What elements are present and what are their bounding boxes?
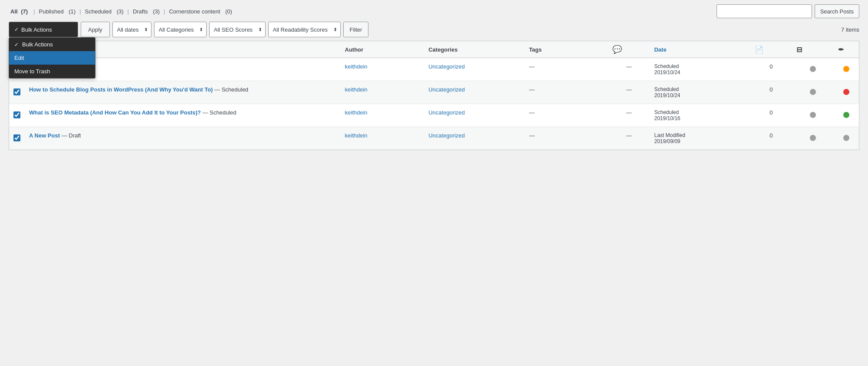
seo-count-cell: 0 xyxy=(750,58,792,81)
category-link[interactable]: Uncategorized xyxy=(428,109,465,116)
items-count: 7 items xyxy=(841,26,859,33)
tags-cell: — xyxy=(525,104,608,127)
action-bar: ✓ Bulk Actions ✓ Bulk Actions Edit Move … xyxy=(9,22,859,37)
comments-cell: — xyxy=(608,127,650,150)
post-status-text: — Scheduled xyxy=(213,86,248,93)
filter-cornerstone[interactable]: Cornerstone content (0) xyxy=(167,8,233,15)
seo-scores-filter-select[interactable]: All SEO Scores xyxy=(209,22,266,37)
comment-bubble-icon: 💬 xyxy=(612,45,622,54)
seo-score-dot xyxy=(810,89,816,95)
date-sort-link[interactable]: Date xyxy=(654,46,666,53)
search-area: Search Posts xyxy=(717,4,859,18)
apply-button[interactable]: Apply xyxy=(81,22,110,37)
col-header-tags: Tags xyxy=(525,41,608,58)
edit-menu-item[interactable]: Edit xyxy=(9,51,95,65)
date-status: Last Modified xyxy=(654,132,746,138)
author-link[interactable]: keithdein xyxy=(345,86,368,93)
post-status-text: — Draft xyxy=(60,132,81,139)
filter-drafts[interactable]: Drafts (3) xyxy=(131,8,161,15)
search-posts-button[interactable]: Search Posts xyxy=(815,4,859,18)
post-status-text: — Scheduled xyxy=(201,109,237,116)
readability-score-dot xyxy=(843,89,849,95)
filter-all[interactable]: All (7) xyxy=(10,8,30,15)
post-title-wrapper: What is SEO Metadata (And How Can You Ad… xyxy=(29,109,336,116)
move-to-trash-label: Move to Trash xyxy=(14,68,50,75)
date-value: 2019/10/24 xyxy=(654,69,746,75)
readability-score-dot xyxy=(843,66,849,72)
seo-dot-cell xyxy=(792,127,834,150)
readability-scores-filter-wrapper: All Readability Scores xyxy=(268,22,341,37)
readability-icon: ⊟ xyxy=(796,46,802,53)
category-link[interactable]: Uncategorized xyxy=(428,63,465,70)
table-row: New Post — ScheduledkeithdeinUncategoriz… xyxy=(9,58,859,81)
comments-cell: — xyxy=(608,58,650,81)
edit-label: Edit xyxy=(14,55,24,61)
col-header-cornerstone: ✒ xyxy=(834,41,859,58)
seo-score-dot xyxy=(810,135,816,141)
seo-dot-cell xyxy=(792,81,834,104)
readability-score-dot xyxy=(843,112,849,118)
readability-scores-filter-select[interactable]: All Readability Scores xyxy=(268,22,341,37)
date-status: Scheduled xyxy=(654,86,746,92)
checkmark-icon: ✓ xyxy=(14,26,19,33)
seo-dot-cell xyxy=(792,104,834,127)
seo-dot-cell xyxy=(792,58,834,81)
comments-cell: — xyxy=(608,104,650,127)
tags-cell: — xyxy=(525,58,608,81)
post-title-link[interactable]: How to Schedule Blog Posts in WordPress … xyxy=(29,86,213,93)
date-value: 2019/10/24 xyxy=(654,92,746,98)
date-value: 2019/10/16 xyxy=(654,115,746,121)
post-title-link[interactable]: A New Post xyxy=(29,132,60,139)
row-checkbox[interactable] xyxy=(13,88,20,95)
readability-dot-cell xyxy=(834,58,859,81)
bulk-actions-label: Bulk Actions xyxy=(21,26,52,33)
date-value: 2019/09/09 xyxy=(654,138,746,144)
filter-button[interactable]: Filter xyxy=(343,22,369,37)
bulk-actions-header-item[interactable]: ✓ Bulk Actions xyxy=(9,38,95,51)
categories-filter-select[interactable]: All Categories xyxy=(154,22,207,37)
bulk-actions-dropdown[interactable]: ✓ Bulk Actions xyxy=(9,22,78,37)
filter-scheduled[interactable]: Scheduled (3) xyxy=(83,8,125,15)
comments-cell: — xyxy=(608,81,650,104)
filter-published[interactable]: Published (1) xyxy=(37,8,78,15)
col-header-seo: 📄 xyxy=(750,41,792,58)
row-checkbox[interactable] xyxy=(13,134,20,141)
table-row: A New Post — DraftkeithdeinUncategorized… xyxy=(9,127,859,150)
col-header-date: Date xyxy=(650,41,750,58)
post-title-link[interactable]: What is SEO Metadata (And How Can You Ad… xyxy=(29,109,201,116)
table-row: What is SEO Metadata (And How Can You Ad… xyxy=(9,104,859,127)
readability-dot-cell xyxy=(834,81,859,104)
seo-count-cell: 0 xyxy=(750,104,792,127)
date-status: Scheduled xyxy=(654,63,746,69)
post-title-wrapper: A New Post — Draft xyxy=(29,132,336,139)
category-link[interactable]: Uncategorized xyxy=(428,86,465,93)
author-link[interactable]: keithdein xyxy=(345,109,368,116)
col-header-comments: 💬 xyxy=(608,41,650,58)
post-title-wrapper: How to Schedule Blog Posts in WordPress … xyxy=(29,86,336,93)
col-header-author: Author xyxy=(341,41,424,58)
seo-score-dot xyxy=(810,66,816,72)
date-cell: Scheduled2019/10/24 xyxy=(650,58,750,81)
seo-scores-filter-wrapper: All SEO Scores xyxy=(209,22,266,37)
row-checkbox[interactable] xyxy=(13,111,20,118)
move-to-trash-menu-item[interactable]: Move to Trash xyxy=(9,65,95,78)
seo-count-cell: 0 xyxy=(750,127,792,150)
table-row: How to Schedule Blog Posts in WordPress … xyxy=(9,81,859,104)
categories-filter-wrapper: All Categories xyxy=(154,22,207,37)
readability-score-dot xyxy=(843,135,849,141)
category-link[interactable]: Uncategorized xyxy=(428,132,465,139)
dates-filter-wrapper: All dates xyxy=(112,22,151,37)
col-header-readability: ⊟ xyxy=(792,41,834,58)
tags-cell: — xyxy=(525,127,608,150)
dates-filter-select[interactable]: All dates xyxy=(112,22,151,37)
search-input[interactable] xyxy=(717,4,812,18)
checkmark-icon-header: ✓ xyxy=(14,42,19,48)
author-link[interactable]: keithdein xyxy=(345,132,368,139)
author-link[interactable]: keithdein xyxy=(345,63,368,70)
bulk-actions-wrapper: ✓ Bulk Actions ✓ Bulk Actions Edit Move … xyxy=(9,22,78,37)
date-cell: Scheduled2019/10/16 xyxy=(650,104,750,127)
filter-links: All (7) | Published (1) | Scheduled (3) … xyxy=(9,8,234,15)
readability-dot-cell xyxy=(834,104,859,127)
bulk-actions-menu-label: Bulk Actions xyxy=(22,41,53,48)
date-cell: Last Modified2019/09/09 xyxy=(650,127,750,150)
